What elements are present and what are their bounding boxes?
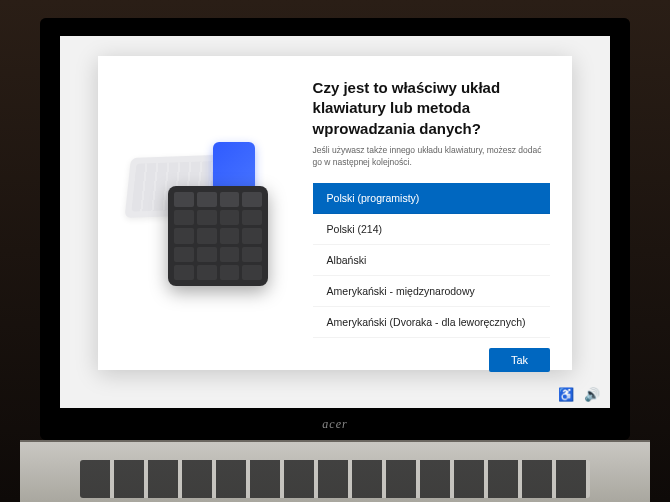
keyboard-layout-option[interactable]: Amerykański (Dvoraka - dla leworęcznych)	[313, 307, 550, 338]
dialog-subtitle: Jeśli używasz także innego układu klawia…	[313, 145, 550, 169]
system-tray: ♿ 🔊	[558, 387, 600, 402]
numpad-illustration-icon	[168, 186, 268, 286]
laptop-keyboard-deck	[20, 440, 650, 502]
laptop-brand: acer	[322, 417, 347, 432]
keyboard-layout-list: Polski (programisty) Polski (214) Albańs…	[313, 183, 550, 338]
screen: Czy jest to właściwy układ klawiatury lu…	[60, 36, 610, 408]
dialog-title: Czy jest to właściwy układ klawiatury lu…	[313, 78, 550, 139]
keyboard-layout-option[interactable]: Polski (programisty)	[313, 183, 550, 214]
yes-button[interactable]: Tak	[489, 348, 550, 372]
keyboard-layout-option[interactable]: Albański	[313, 245, 550, 276]
illustration-panel	[98, 56, 307, 370]
keyboard-layout-option[interactable]: Polski (214)	[313, 214, 550, 245]
volume-icon[interactable]: 🔊	[584, 387, 600, 402]
accessibility-icon[interactable]: ♿	[558, 387, 574, 402]
oobe-dialog: Czy jest to właściwy układ klawiatury lu…	[98, 56, 572, 370]
keyboard-layout-option[interactable]: Amerykański - międzynarodowy	[313, 276, 550, 307]
